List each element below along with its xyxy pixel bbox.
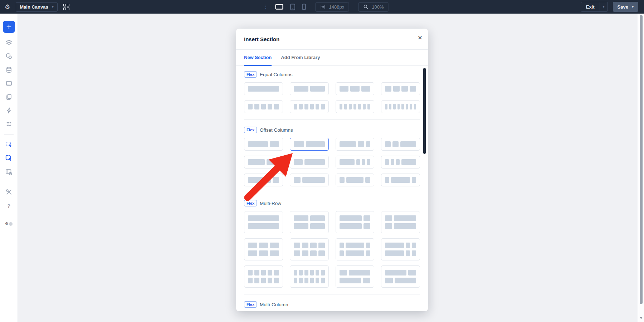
layout-thumb[interactable]	[381, 238, 420, 260]
theme-toggle[interactable]: ⚙	[5, 222, 13, 226]
device-toggle-mobile[interactable]	[302, 4, 306, 10]
sidebar-item-structure[interactable]	[3, 36, 15, 49]
thumb-bar	[248, 223, 279, 229]
sidebar-item-components[interactable]	[3, 77, 15, 89]
width-arrows-icon	[320, 4, 326, 10]
layout-thumb[interactable]	[336, 82, 375, 95]
layout-thumb[interactable]	[244, 100, 283, 113]
layout-thumb[interactable]	[381, 138, 420, 151]
exit-dropdown[interactable]: ▾	[600, 2, 608, 11]
page-select-dropdown[interactable]: Main Canvas ▾	[16, 2, 58, 12]
sidebar-item-help[interactable]: ?	[3, 200, 15, 212]
layout-thumb[interactable]	[290, 156, 329, 169]
thumb-bar	[294, 104, 297, 109]
window-scrollbar-thumb[interactable]	[640, 15, 643, 304]
thumb-bar	[340, 243, 344, 248]
device-toggle-desktop[interactable]	[275, 4, 284, 10]
layout-thumb[interactable]	[381, 100, 420, 113]
close-icon[interactable]: ×	[418, 34, 422, 41]
tab-add-from-library[interactable]: Add From Library	[281, 50, 320, 66]
sidebar-item-select-all[interactable]	[3, 152, 15, 164]
thumb-bar	[270, 243, 279, 248]
layout-thumb[interactable]	[336, 156, 375, 169]
thumb-bar	[344, 104, 347, 109]
layout-thumb[interactable]	[290, 174, 329, 186]
thumb-bar	[340, 215, 362, 221]
section-divider	[244, 294, 420, 294]
layout-thumb[interactable]	[336, 238, 375, 260]
thumb-bar	[401, 86, 408, 92]
layout-thumb[interactable]	[336, 100, 375, 113]
thumb-bar	[310, 215, 325, 221]
layout-thumb[interactable]	[244, 238, 283, 260]
overlap-shapes-icon	[5, 53, 13, 60]
thumb-bar	[385, 250, 404, 256]
thumb-bar	[358, 141, 364, 147]
layout-thumb-selected[interactable]	[290, 138, 329, 151]
thumb-bar	[385, 141, 391, 147]
layout-thumb[interactable]	[290, 100, 329, 113]
thumb-bar	[267, 159, 274, 165]
layout-thumb[interactable]	[290, 82, 329, 95]
layout-thumb[interactable]	[244, 156, 283, 169]
section-name: Offset Columns	[260, 127, 293, 133]
kebab-menu-icon[interactable]: ⋮	[263, 4, 269, 10]
gear-icon[interactable]: ⚙	[5, 4, 10, 10]
layout-thumb[interactable]	[244, 174, 283, 186]
tab-new-section[interactable]: New Section	[244, 50, 272, 66]
sidebar-item-dynamic-data[interactable]	[3, 64, 15, 76]
zoom-field[interactable]: 100%	[358, 2, 388, 12]
sidebar-item-design[interactable]	[3, 50, 15, 62]
layout-thumb[interactable]	[290, 211, 329, 233]
layout-thumb[interactable]	[381, 265, 420, 288]
thumb-bar	[302, 250, 308, 256]
save-button[interactable]: Save ▾	[613, 2, 638, 12]
save-label: Save	[618, 4, 628, 10]
layout-thumb[interactable]	[244, 138, 283, 151]
exit-button[interactable]: Exit ▾	[581, 2, 608, 12]
layout-thumb[interactable]	[381, 211, 420, 233]
thumb-bar	[294, 250, 300, 256]
thumb-row	[244, 156, 420, 169]
thumb-bar	[310, 223, 325, 229]
layout-thumb[interactable]	[336, 138, 375, 151]
scroll-down-arrow-icon[interactable]	[640, 317, 643, 319]
layout-thumb[interactable]	[336, 265, 375, 288]
sidebar-item-pages[interactable]	[3, 91, 15, 103]
sidebar-item-template-manager[interactable]	[3, 166, 15, 178]
thumb-bar	[366, 250, 370, 256]
layout-thumb[interactable]	[244, 82, 283, 95]
thumb-bar	[248, 278, 253, 283]
thumb-bar	[268, 278, 272, 283]
sidebar-item-interactions[interactable]	[3, 104, 15, 117]
thumb-bar	[367, 159, 370, 165]
window-scrollbar[interactable]	[638, 14, 644, 322]
sidebar-items: ?	[0, 20, 18, 213]
thumb-bar	[396, 159, 400, 165]
thumb-bar	[318, 250, 325, 256]
layout-thumb[interactable]	[244, 265, 283, 288]
layout-thumb[interactable]	[244, 211, 283, 233]
layout-thumb[interactable]	[290, 265, 329, 288]
layout-thumb[interactable]	[381, 156, 420, 169]
modal-scrollbar-thumb[interactable]	[423, 68, 426, 154]
sidebar-item-add-element[interactable]	[3, 21, 15, 33]
thumb-bar	[316, 270, 319, 275]
layout-thumb[interactable]	[336, 211, 375, 233]
device-toggle-tablet[interactable]	[290, 4, 296, 10]
layout-thumb[interactable]	[381, 174, 420, 186]
canvas-width-value: 1488px	[329, 4, 345, 10]
select-arrow-filled-icon	[5, 155, 13, 162]
thumb-inner-row	[294, 250, 325, 256]
sidebar-item-tools[interactable]	[3, 186, 15, 198]
layout-thumb[interactable]	[290, 238, 329, 260]
sidebar-item-settings[interactable]	[3, 118, 15, 130]
thumb-inner-row	[340, 215, 371, 221]
grid-view-icon[interactable]	[63, 4, 69, 10]
thumb-bar	[340, 270, 347, 275]
layout-thumb[interactable]	[336, 174, 375, 186]
sidebar-item-select-element[interactable]	[3, 138, 15, 151]
canvas-width-field[interactable]: 1488px	[316, 2, 349, 12]
layout-thumb[interactable]	[381, 82, 420, 95]
thumb-bar	[356, 159, 360, 165]
